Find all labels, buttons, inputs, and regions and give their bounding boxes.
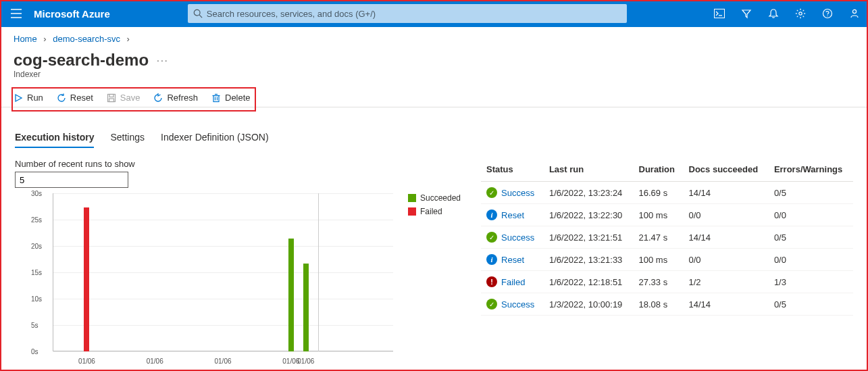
global-search [188, 4, 627, 23]
svg-line-14 [797, 16, 798, 18]
status-link[interactable]: Failed [501, 277, 525, 287]
x-tick-label: 01/06 [297, 357, 314, 365]
run-button[interactable]: Run [14, 93, 43, 103]
save-label: Save [120, 93, 141, 103]
page-subtitle: Indexer [0, 70, 868, 86]
runs-table-panel: Status Last run Duration Docs succeeded … [481, 159, 853, 368]
col-errw[interactable]: Errors/Warnings [769, 159, 853, 182]
y-tick-label: 20s [31, 243, 42, 250]
status-link[interactable]: Success [501, 299, 534, 310]
table-row[interactable]: ✓Success1/3/2022, 10:00:1918.08 s14/140/… [481, 293, 853, 316]
tabs: Execution history Settings Indexer Defin… [0, 107, 868, 148]
tab-indexer-definition[interactable]: Indexer Definition (JSON) [161, 132, 269, 148]
table-row[interactable]: iReset1/6/2022, 13:21:33100 ms0/00/0 [481, 249, 853, 271]
svg-rect-22 [213, 95, 219, 101]
title-row: cog-search-demo ··· [0, 47, 868, 70]
legend-swatch-green [408, 194, 416, 202]
x-tick-label: 01/06 [214, 357, 231, 365]
success-icon: ✓ [486, 232, 497, 243]
feedback-icon[interactable] [841, 0, 868, 27]
y-tick-label: 5s [31, 322, 39, 329]
hamburger-icon[interactable] [0, 0, 32, 27]
search-input[interactable] [203, 9, 621, 19]
success-icon: ✓ [486, 187, 497, 198]
directory-filter-icon[interactable] [733, 0, 760, 27]
tab-execution-history[interactable]: Execution history [15, 132, 94, 148]
brand-label[interactable]: Microsoft Azure [34, 8, 110, 20]
runs-count-input[interactable] [15, 172, 128, 188]
execution-chart: 0s5s10s15s20s25s30s01/0601/0601/0601/060… [15, 193, 393, 368]
info-icon: i [486, 209, 497, 220]
table-row[interactable]: ✓Success1/6/2022, 13:23:2416.69 s14/140/… [481, 182, 853, 204]
svg-point-7 [799, 12, 802, 15]
svg-point-3 [194, 9, 200, 16]
x-tick-label: 01/06 [78, 357, 95, 365]
toolbar: Run Reset Save Refresh Delete [1, 89, 867, 107]
breadcrumb-home[interactable]: Home [14, 34, 37, 44]
legend-failed: Failed [408, 207, 461, 216]
legend-succeeded: Succeeded [408, 193, 461, 203]
reset-button[interactable]: Reset [57, 93, 93, 103]
legend-label: Failed [420, 207, 442, 216]
help-icon[interactable] [814, 0, 841, 27]
status-link[interactable]: Reset [501, 210, 524, 220]
svg-line-4 [199, 15, 202, 18]
y-tick-label: 25s [31, 216, 42, 224]
reset-label: Reset [70, 93, 93, 103]
tab-settings[interactable]: Settings [110, 132, 145, 148]
chevron-right-icon: › [127, 34, 130, 44]
svg-rect-5 [715, 9, 725, 18]
notifications-icon[interactable] [760, 0, 787, 27]
cloud-shell-icon[interactable] [706, 0, 733, 27]
run-label: Run [27, 93, 43, 103]
svg-point-18 [852, 9, 856, 13]
delete-button[interactable]: Delete [211, 93, 251, 103]
svg-rect-21 [109, 99, 113, 102]
status-link[interactable]: Success [501, 232, 534, 243]
svg-line-15 [803, 10, 805, 11]
breadcrumb-service[interactable]: demo-search-svc [53, 34, 120, 44]
refresh-button[interactable]: Refresh [153, 93, 198, 103]
y-tick-label: 0s [31, 348, 39, 355]
top-icons [706, 0, 868, 27]
svg-line-12 [797, 10, 798, 11]
refresh-label: Refresh [167, 93, 198, 103]
table-row[interactable]: ✓Success1/6/2022, 13:21:5121.47 s14/140/… [481, 226, 853, 249]
chart-bar[interactable] [84, 207, 89, 351]
svg-point-17 [827, 16, 827, 16]
more-actions-icon[interactable]: ··· [157, 55, 169, 66]
content: Number of recent runs to show 0s5s10s15s… [0, 148, 868, 371]
table-row[interactable]: iReset1/6/2022, 13:22:30100 ms0/00/0 [481, 204, 853, 226]
error-icon: ! [486, 276, 497, 287]
search-box[interactable] [188, 4, 627, 23]
chevron-right-icon: › [43, 34, 46, 44]
svg-rect-20 [109, 94, 113, 97]
runs-table: Status Last run Duration Docs succeeded … [481, 159, 853, 316]
info-icon: i [486, 254, 497, 265]
y-tick-label: 15s [31, 269, 42, 276]
legend-swatch-red [408, 207, 416, 216]
delete-label: Delete [225, 93, 251, 103]
svg-point-16 [823, 9, 832, 18]
chart-legend: Succeeded Failed [408, 193, 461, 368]
x-tick-label: 01/06 [147, 357, 163, 365]
y-tick-label: 10s [31, 295, 42, 303]
status-link[interactable]: Success [501, 188, 534, 198]
col-status[interactable]: Status [481, 159, 544, 182]
settings-gear-icon[interactable] [787, 0, 814, 27]
chart-bar[interactable] [288, 239, 294, 351]
chart-bar[interactable] [303, 264, 309, 351]
table-row[interactable]: !Failed1/6/2022, 12:18:5127.33 s1/21/3 [481, 271, 853, 293]
save-button: Save [107, 93, 141, 103]
legend-label: Succeeded [420, 193, 461, 203]
col-last-run[interactable]: Last run [544, 159, 634, 182]
col-duration[interactable]: Duration [634, 159, 684, 182]
top-bar: Microsoft Azure [0, 0, 868, 27]
svg-line-13 [803, 16, 805, 18]
breadcrumb: Home › demo-search-svc › [0, 27, 868, 47]
status-link[interactable]: Reset [501, 255, 524, 265]
success-icon: ✓ [486, 299, 497, 310]
col-docs[interactable]: Docs succeeded [684, 159, 769, 182]
runs-count-label: Number of recent runs to show [15, 159, 461, 169]
search-icon [193, 9, 203, 18]
